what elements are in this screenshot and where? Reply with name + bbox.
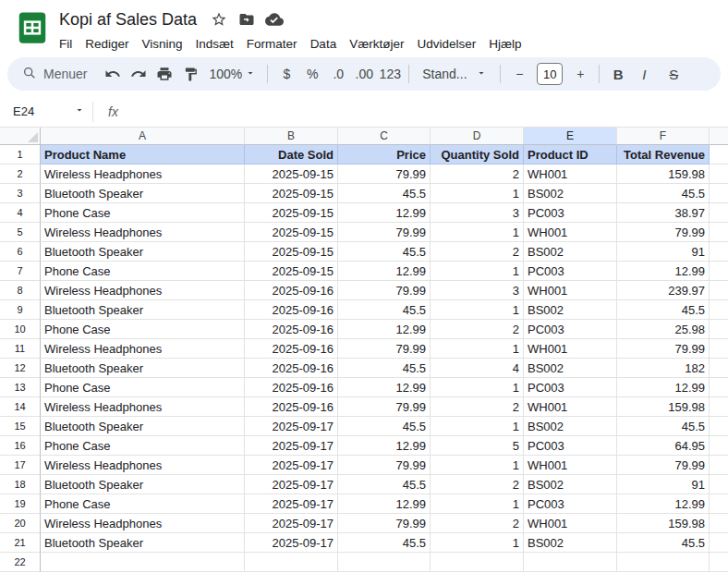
font-family-select[interactable]: Stand... [415, 67, 494, 81]
sheets-logo-icon[interactable] [15, 10, 50, 45]
cell-A6[interactable]: Bluetooth Speaker [41, 242, 245, 262]
cell-D1[interactable]: Quantity Sold [431, 145, 524, 165]
row-header-15[interactable]: 15 [0, 417, 41, 436]
cell-F5[interactable]: 79.99 [617, 223, 710, 242]
cell-F4[interactable]: 38.97 [617, 203, 710, 223]
cell-C20[interactable]: 79.99 [338, 514, 431, 533]
row-header-2[interactable]: 2 [0, 165, 41, 184]
row-header-18[interactable]: 18 [0, 475, 41, 494]
cell-B10[interactable]: 2025-09-16 [245, 320, 338, 339]
row-header-13[interactable]: 13 [0, 378, 41, 397]
cell-D22[interactable] [431, 553, 524, 572]
menu-udvidelser[interactable]: Udvidelser [410, 35, 482, 53]
cell-E7[interactable]: PC003 [524, 262, 617, 281]
formula-input[interactable] [118, 96, 728, 127]
cell-F7[interactable]: 12.99 [617, 262, 710, 281]
row-header-6[interactable]: 6 [0, 242, 41, 262]
cell-C18[interactable]: 45.5 [338, 475, 431, 494]
menu-visning[interactable]: Visning [136, 35, 189, 53]
row-header-16[interactable]: 16 [0, 436, 41, 456]
cell-C19[interactable]: 12.99 [338, 494, 431, 514]
cell-D20[interactable]: 2 [431, 514, 524, 533]
redo-button[interactable] [126, 61, 152, 87]
menu-vaerktoejer[interactable]: Værktøjer [343, 35, 410, 53]
cell-C16[interactable]: 12.99 [338, 436, 431, 456]
cell-A1[interactable]: Product Name [41, 145, 245, 165]
cell-F1[interactable]: Total Revenue [617, 145, 710, 165]
row-header-17[interactable]: 17 [0, 456, 41, 475]
cell-C7[interactable]: 12.99 [338, 262, 431, 281]
cell-F12[interactable]: 182 [617, 359, 710, 378]
cell-A21[interactable]: Bluetooth Speaker [41, 533, 245, 553]
cell-C1[interactable]: Price [338, 145, 431, 165]
cell-B6[interactable]: 2025-09-15 [245, 242, 338, 262]
cell-B5[interactable]: 2025-09-15 [245, 223, 338, 242]
cell-E6[interactable]: BS002 [524, 242, 617, 262]
cell-B1[interactable]: Date Sold [245, 145, 338, 165]
cell-E14[interactable]: WH001 [524, 397, 617, 417]
format-currency-button[interactable]: $ [273, 61, 299, 87]
cell-A7[interactable]: Phone Case [41, 262, 245, 281]
increase-decimal-button[interactable]: .00 [351, 61, 377, 87]
cell-F19[interactable]: 12.99 [617, 494, 710, 514]
cell-D17[interactable]: 1 [431, 456, 524, 475]
cell-F3[interactable]: 45.5 [617, 184, 710, 203]
cell-C10[interactable]: 12.99 [338, 320, 431, 339]
cell-C8[interactable]: 79.99 [338, 281, 431, 300]
cell-E13[interactable]: PC003 [524, 378, 617, 397]
cell-E18[interactable]: BS002 [524, 475, 617, 494]
cell-F8[interactable]: 239.97 [617, 281, 710, 300]
menu-formater[interactable]: Formater [240, 35, 304, 53]
cell-B12[interactable]: 2025-09-16 [245, 359, 338, 378]
cell-A10[interactable]: Phone Case [41, 320, 245, 339]
print-button[interactable] [152, 61, 177, 87]
cell-E4[interactable]: PC003 [524, 203, 617, 223]
row-header-22[interactable]: 22 [0, 553, 41, 572]
cell-A17[interactable]: Wireless Headphones [41, 456, 245, 475]
row-header-9[interactable]: 9 [0, 300, 41, 320]
undo-button[interactable] [100, 61, 126, 87]
cell-D8[interactable]: 3 [431, 281, 524, 300]
cell-F14[interactable]: 159.98 [617, 397, 710, 417]
cell-D5[interactable]: 1 [431, 223, 524, 242]
row-header-1[interactable]: 1 [0, 145, 41, 165]
cell-C3[interactable]: 45.5 [338, 184, 431, 203]
cell-C11[interactable]: 79.99 [338, 339, 431, 359]
more-number-formats-button[interactable]: 123 [377, 61, 403, 87]
row-header-14[interactable]: 14 [0, 397, 41, 417]
cell-F17[interactable]: 79.99 [617, 456, 710, 475]
cell-A16[interactable]: Phone Case [41, 436, 245, 456]
cell-F13[interactable]: 12.99 [617, 378, 710, 397]
cell-D7[interactable]: 1 [431, 262, 524, 281]
cell-F6[interactable]: 91 [617, 242, 710, 262]
cell-E1[interactable]: Product ID [524, 145, 617, 165]
cell-B16[interactable]: 2025-09-17 [245, 436, 338, 456]
cell-E15[interactable]: BS002 [524, 417, 617, 436]
cell-A2[interactable]: Wireless Headphones [41, 165, 245, 184]
column-header-A[interactable]: A [41, 128, 245, 145]
cell-E3[interactable]: BS002 [524, 184, 617, 203]
cell-C12[interactable]: 45.5 [338, 359, 431, 378]
decrease-decimal-button[interactable]: .0 [325, 61, 351, 87]
row-header-21[interactable]: 21 [0, 533, 41, 553]
cell-B19[interactable]: 2025-09-17 [245, 494, 338, 514]
cell-B18[interactable]: 2025-09-17 [245, 475, 338, 494]
cell-B20[interactable]: 2025-09-17 [245, 514, 338, 533]
cell-E10[interactable]: PC003 [524, 320, 617, 339]
column-header-F[interactable]: F [617, 128, 710, 145]
select-all-corner[interactable] [0, 128, 41, 145]
cell-A12[interactable]: Bluetooth Speaker [41, 359, 245, 378]
cell-C13[interactable]: 12.99 [338, 378, 431, 397]
cell-A3[interactable]: Bluetooth Speaker [41, 184, 245, 203]
move-to-folder-icon[interactable] [234, 6, 260, 32]
cell-D18[interactable]: 2 [431, 475, 524, 494]
row-header-12[interactable]: 12 [0, 359, 41, 378]
cell-E17[interactable]: WH001 [524, 456, 617, 475]
cell-D13[interactable]: 1 [431, 378, 524, 397]
row-header-8[interactable]: 8 [0, 281, 41, 300]
increase-font-size-button[interactable]: + [567, 61, 593, 87]
cell-B15[interactable]: 2025-09-17 [245, 417, 338, 436]
row-header-11[interactable]: 11 [0, 339, 41, 359]
cell-A18[interactable]: Bluetooth Speaker [41, 475, 245, 494]
row-header-3[interactable]: 3 [0, 184, 41, 203]
